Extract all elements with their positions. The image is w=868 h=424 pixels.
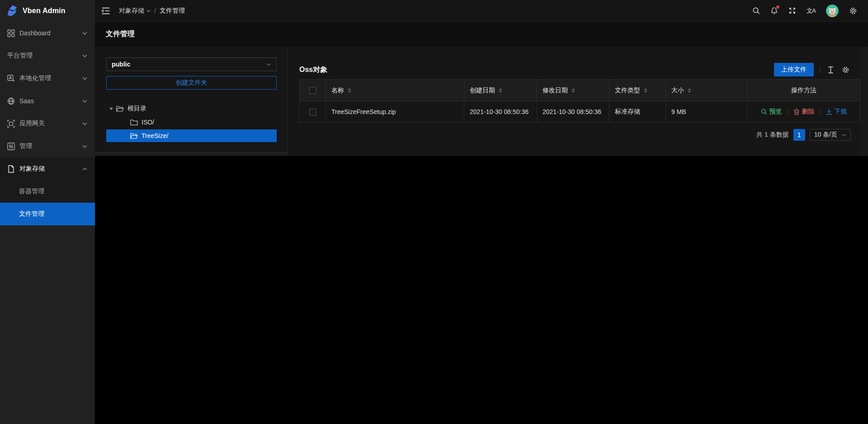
fullscreen-icon[interactable] [788, 7, 796, 14]
oss-table: 名称 创建日期 修改日期 [299, 79, 860, 123]
sidebar-item-label: 应用网关 [19, 119, 82, 128]
sort-icon[interactable] [348, 88, 351, 93]
pagination-total: 共 1 条数据 [756, 131, 789, 139]
avatar[interactable] [826, 5, 839, 17]
table-header-row: 名称 创建日期 修改日期 [300, 80, 860, 101]
sidebar-item-dashboard[interactable]: Dashboard [0, 22, 95, 44]
magnifier-icon [761, 109, 767, 115]
sidebar-subitem-file-manage[interactable]: 文件管理 [0, 203, 95, 225]
chevron-down-icon [82, 32, 87, 35]
column-header-name[interactable]: 名称 [326, 80, 464, 101]
horizontal-scrollbar[interactable] [95, 152, 288, 155]
menu-fold-icon[interactable] [101, 7, 110, 14]
sidebar-item-object-storage[interactable]: 对象存储 [0, 157, 95, 180]
app-root: Vben Admin Dashboard 平台管理 本地化管理 Saas [0, 0, 868, 424]
select-all-checkbox[interactable] [309, 87, 316, 94]
column-label: 修改日期 [542, 86, 568, 95]
action-label: 删除 [802, 108, 815, 116]
tree-node-label: TreeSize/ [142, 132, 168, 139]
chevron-down-icon [82, 100, 87, 103]
sort-icon[interactable] [571, 88, 575, 93]
sort-icon[interactable] [644, 88, 647, 93]
tree-node-root[interactable]: 根目录 [106, 102, 277, 115]
create-folder-button[interactable]: 创建文件夹 [106, 76, 277, 90]
sort-icon[interactable] [688, 88, 691, 93]
column-header-modified[interactable]: 修改日期 [537, 80, 609, 101]
table-size-icon[interactable] [827, 66, 835, 74]
table-row: TreeSizeFreeSetup.zip 2021-10-30 08:50:3… [300, 101, 860, 123]
page-size-select[interactable]: 10 条/页 [810, 129, 851, 141]
chevron-down-icon [266, 63, 271, 66]
page-1-button[interactable]: 1 [793, 129, 805, 141]
cell-file-size: 9 MB [666, 101, 748, 123]
sidebar-item-label: 管理 [19, 142, 82, 150]
vben-logo-icon [6, 5, 19, 17]
chevron-down-icon [841, 133, 846, 137]
delete-action[interactable]: 删除 [793, 108, 815, 116]
tree-caret-icon[interactable] [106, 108, 116, 110]
localization-icon [7, 75, 15, 82]
chevron-down-icon [82, 54, 87, 57]
column-header-actions: 操作方法 [748, 80, 860, 101]
tree-node-iso[interactable]: ISO/ [106, 116, 277, 129]
sidebar-item-manage[interactable]: 管理 [0, 135, 95, 157]
folder-open-icon [116, 105, 124, 112]
action-label: 预览 [769, 108, 782, 116]
trash-icon [793, 109, 800, 115]
folder-open-icon [130, 133, 138, 139]
bucket-select[interactable]: public [106, 57, 277, 71]
sidebar-subitem-container-manage[interactable]: 容器管理 [0, 180, 95, 203]
vertical-scrollbar[interactable] [860, 47, 868, 156]
preview-action[interactable]: 预览 [761, 108, 782, 116]
sidebar-subitem-label: 文件管理 [19, 210, 44, 218]
action-label: 下载 [835, 108, 847, 116]
folder-tree: 根目录 ISO/ TreeSize/ [106, 102, 277, 142]
column-header-type[interactable]: 文件类型 [609, 80, 666, 101]
sidebar-item-localization[interactable]: 本地化管理 [0, 67, 95, 90]
tree-node-label: ISO/ [142, 119, 154, 126]
settings-gear-icon[interactable] [849, 7, 857, 15]
column-label: 名称 [331, 86, 344, 95]
cell-file-type: 标准存储 [609, 101, 666, 123]
upload-file-button[interactable]: 上传文件 [774, 63, 814, 76]
table-title: Oss对象 [299, 65, 327, 75]
breadcrumb-section[interactable]: 对象存储 [119, 7, 151, 15]
search-icon[interactable] [752, 7, 760, 14]
sidebar-group-oss: 对象存储 容器管理 文件管理 [0, 157, 95, 225]
page-size-value: 10 条/页 [814, 131, 837, 139]
toolbar-divider [820, 67, 821, 73]
file-icon [7, 165, 15, 173]
sidebar-item-label: Dashboard [19, 29, 82, 37]
column-header-size[interactable]: 大小 [666, 80, 748, 101]
column-header-created[interactable]: 创建日期 [464, 80, 537, 101]
cell-modified-date: 2021-10-30 08:50:36 [537, 101, 609, 123]
gateway-icon [7, 120, 15, 128]
breadcrumb: 对象存储 / 文件管理 [119, 7, 185, 15]
sidebar-item-gateway[interactable]: 应用网关 [0, 112, 95, 135]
saas-globe-icon [7, 97, 15, 105]
tree-node-treesize[interactable]: TreeSize/ [106, 129, 277, 142]
notification-bell-icon[interactable] [770, 7, 778, 14]
cell-created-date: 2021-10-30 08:50:36 [464, 101, 537, 123]
column-settings-gear-icon[interactable] [842, 66, 849, 74]
page-title-bar: 文件管理 [95, 22, 868, 47]
row-checkbox[interactable] [309, 109, 316, 116]
app-title: Vben Admin [23, 7, 66, 15]
sidebar-item-label: Saas [19, 97, 82, 105]
sidebar-item-label: 对象存储 [19, 165, 82, 173]
breadcrumb-page[interactable]: 文件管理 [160, 7, 185, 15]
page-title: 文件管理 [106, 29, 135, 39]
sidebar-subitem-label: 容器管理 [19, 187, 44, 195]
chevron-up-icon [82, 167, 87, 171]
sidebar-item-platform[interactable]: 平台管理 [0, 44, 95, 67]
chevron-down-icon [82, 122, 87, 125]
column-label: 操作方法 [791, 86, 816, 94]
main-area: 对象存储 / 文件管理 文A [95, 0, 868, 424]
sidebar-item-saas[interactable]: Saas [0, 90, 95, 112]
sort-icon[interactable] [499, 88, 502, 93]
sidebar-item-label: 平台管理 [7, 52, 82, 60]
tree-node-label: 根目录 [127, 105, 146, 113]
download-action[interactable]: 下载 [826, 108, 847, 116]
logo[interactable]: Vben Admin [0, 0, 95, 22]
translate-icon[interactable]: 文A [807, 7, 816, 15]
